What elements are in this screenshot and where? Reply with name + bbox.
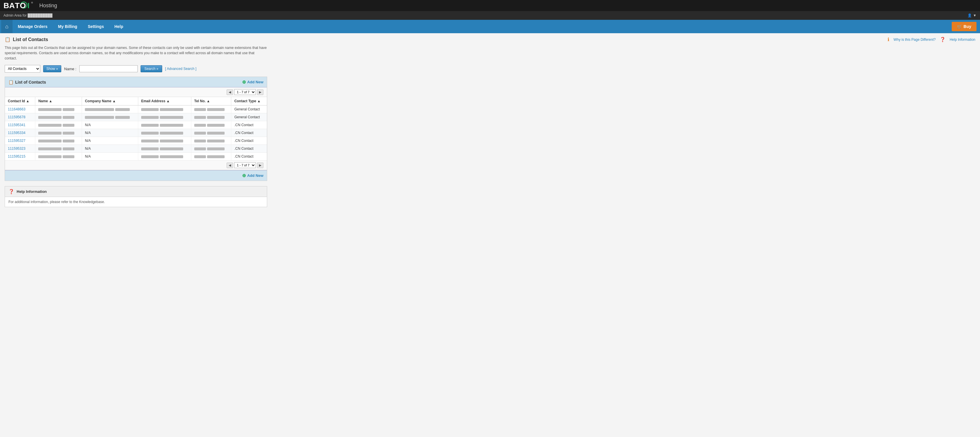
cell-contact-id: 111595327 [5, 137, 35, 145]
table-row: 111595678General Contact [5, 113, 267, 121]
help-section-text: For additional information, please refer… [8, 200, 105, 204]
add-new-top-button[interactable]: ⊕ Add New [242, 79, 263, 85]
cell-contact-id: 111595678 [5, 113, 35, 121]
cell-tel [191, 121, 231, 129]
cell-email [138, 113, 191, 121]
help-section-title: Help Information [17, 189, 47, 194]
help-info-icon: ❓ [940, 37, 946, 42]
hosting-label: Hosting [40, 3, 57, 9]
contacts-list-icon: 📋 [5, 37, 11, 42]
prev-page-top-button[interactable]: ◀ [227, 89, 233, 95]
cell-contact-id: 111595215 [5, 153, 35, 160]
contact-id-link[interactable]: 111595341 [8, 123, 25, 127]
contact-id-link[interactable]: 111595334 [8, 131, 25, 135]
cell-type: General Contact [231, 106, 267, 113]
page-select-top[interactable]: 1 - 7 of 7 [234, 89, 256, 95]
table-title-icon: 📋 [8, 80, 13, 84]
col-contact-id[interactable]: Contact Id ▲ [5, 97, 35, 106]
cell-contact-id: 111595341 [5, 121, 35, 129]
table-row: 111648663General Contact [5, 106, 267, 113]
help-info-link[interactable]: Help Information [950, 38, 975, 42]
search-button[interactable]: Search » [141, 65, 162, 72]
cell-company: N/A [82, 137, 138, 145]
svg-text:T: T [15, 1, 19, 10]
why-different-icon: ℹ [888, 37, 889, 42]
nav-left: ⌂ Manage Orders My Billing Settings Help [1, 20, 129, 33]
svg-text:O: O [20, 1, 26, 10]
nav-home-button[interactable]: ⌂ [1, 20, 13, 33]
page-description: This page lists out all the Contacts tha… [5, 45, 267, 61]
cell-company: N/A [82, 153, 138, 160]
svg-text:A: A [10, 1, 15, 10]
cell-name [35, 145, 82, 153]
table-footer: ⊕ Add New [5, 170, 267, 180]
cell-name [35, 113, 82, 121]
name-search-input[interactable] [80, 65, 138, 72]
user-icon: 👤 [967, 13, 972, 17]
col-tel[interactable]: Tel No. ▲ [191, 97, 231, 106]
cell-name [35, 137, 82, 145]
table-row: 111595323N/A.CN Contact [5, 145, 267, 153]
cell-email [138, 137, 191, 145]
why-different-link[interactable]: Why is this Page Different? [893, 38, 935, 42]
pagination-top: ◀ 1 - 7 of 7 ▶ [5, 87, 267, 97]
cell-email [138, 106, 191, 113]
col-email[interactable]: Email Address ▲ [138, 97, 191, 106]
logo-area: B A T O I ® Hosting [3, 1, 57, 10]
cell-email [138, 121, 191, 129]
page-select-bottom[interactable]: 1 - 7 of 7 [234, 162, 256, 168]
advanced-search-link[interactable]: [ Advanced Search ] [165, 67, 196, 71]
nav-help[interactable]: Help [109, 20, 128, 33]
prev-page-bottom-button[interactable]: ◀ [227, 163, 233, 168]
cell-name [35, 129, 82, 137]
batoi-logo: B A T O I ® [3, 1, 35, 10]
pagination-bottom: ◀ 1 - 7 of 7 ▶ [5, 160, 267, 170]
contact-id-link[interactable]: 111595215 [8, 154, 25, 158]
page-header: 📋 List of Contacts ℹ Why is this Page Di… [5, 37, 975, 42]
cell-type: .CN Contact [231, 121, 267, 129]
next-page-top-button[interactable]: ▶ [257, 89, 263, 95]
cell-tel [191, 129, 231, 137]
nav-my-billing[interactable]: My Billing [53, 20, 83, 33]
contact-id-link[interactable]: 111648663 [8, 107, 25, 111]
cell-type: .CN Contact [231, 129, 267, 137]
contact-id-link[interactable]: 111595323 [8, 147, 25, 150]
contacts-filter-dropdown[interactable]: All ContactsGeneral Contact.CN Contact [5, 65, 40, 73]
cell-company: N/A [82, 121, 138, 129]
table-row: 111595215N/A.CN Contact [5, 153, 267, 160]
show-button[interactable]: Show » [43, 65, 61, 72]
col-name[interactable]: Name ▲ [35, 97, 82, 106]
table-header: 📋 List of Contacts ⊕ Add New [5, 77, 267, 87]
cell-name [35, 121, 82, 129]
cell-tel [191, 113, 231, 121]
contact-id-link[interactable]: 111595327 [8, 139, 25, 143]
user-dropdown-icon: ▼ [973, 13, 977, 17]
cell-contact-id: 111595334 [5, 129, 35, 137]
add-icon-top: ⊕ [242, 79, 246, 85]
nav-manage-orders[interactable]: Manage Orders [13, 20, 53, 33]
user-menu[interactable]: 👤 ▼ [967, 13, 977, 17]
contacts-table: Contact Id ▲ Name ▲ Company Name ▲ Email… [5, 97, 267, 160]
admin-bar: Admin Area for ██████████ 👤 ▼ [0, 11, 980, 20]
cell-company: N/A [82, 145, 138, 153]
svg-text:®: ® [31, 2, 33, 4]
col-company[interactable]: Company Name ▲ [82, 97, 138, 106]
cell-type: .CN Contact [231, 153, 267, 160]
cart-icon: 🛒 [957, 24, 962, 29]
help-section-body: For additional information, please refer… [5, 197, 267, 207]
next-page-bottom-button[interactable]: ▶ [257, 163, 263, 168]
cell-type: .CN Contact [231, 137, 267, 145]
col-type[interactable]: Contact Type ▲ [231, 97, 267, 106]
table-title: 📋 List of Contacts [8, 80, 46, 84]
page-title-area: 📋 List of Contacts [5, 37, 48, 42]
add-new-bottom-button[interactable]: ⊕ Add New [242, 173, 263, 178]
page-title: List of Contacts [13, 37, 48, 42]
cell-tel [191, 137, 231, 145]
contact-id-link[interactable]: 111595678 [8, 115, 25, 119]
svg-text:I: I [27, 1, 29, 10]
cell-tel [191, 145, 231, 153]
nav-settings[interactable]: Settings [83, 20, 109, 33]
buy-button[interactable]: 🛒 Buy [952, 22, 977, 31]
cell-contact-id: 111595323 [5, 145, 35, 153]
table-row: 111595334N/A.CN Contact [5, 129, 267, 137]
